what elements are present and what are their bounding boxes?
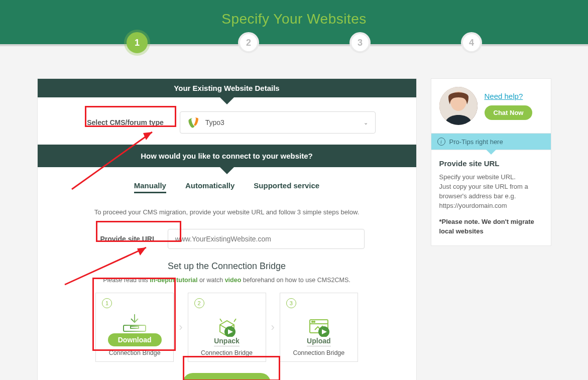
tip-note: *Please note. We don't migrate local web… — [439, 217, 543, 236]
unpack-link[interactable]: Unpack — [214, 337, 240, 346]
download-icon — [120, 311, 150, 333]
pointer-icon — [486, 150, 496, 155]
svg-line-9 — [65, 247, 146, 285]
pointer-icon — [220, 167, 234, 174]
cms-type-select[interactable]: Typo3 ⌄ — [180, 111, 376, 134]
svg-line-8 — [72, 132, 152, 189]
help-card: Need help? Chat Now — [431, 78, 551, 134]
unpack-icon — [212, 315, 242, 337]
cms-type-value: Typo3 — [205, 118, 224, 126]
upload-link[interactable]: Upload — [307, 337, 330, 346]
support-avatar — [439, 87, 478, 125]
tip-text: Specify your website URL. Just copy your… — [439, 173, 543, 210]
card-subtitle: Connection Bridge — [293, 349, 344, 356]
stepper-track — [0, 44, 588, 46]
pointer-icon — [220, 97, 234, 104]
svg-point-6 — [314, 321, 315, 322]
section-header-existing: Your Existing Website Details — [38, 79, 416, 97]
svg-point-5 — [312, 321, 313, 322]
typo3-logo-icon — [187, 116, 200, 129]
pro-tip-body: Provide site URL Specify your website UR… — [431, 150, 551, 246]
tab-automatically[interactable]: Automatically — [185, 181, 234, 193]
step-number: 2 — [194, 298, 204, 308]
card-subtitle: Connection Bridge — [109, 349, 161, 356]
step-number: 3 — [286, 298, 296, 308]
instruction-text: To proceed your CMS migration, provide y… — [38, 208, 416, 216]
hero-banner: Specify Your Websites — [0, 0, 588, 44]
pro-tips-header: i Pro-Tips right here — [431, 134, 551, 150]
tip-title: Provide site URL — [439, 159, 543, 168]
main-panel: Your Existing Website Details Select CMS… — [37, 78, 417, 380]
download-button[interactable]: Download — [108, 333, 162, 346]
need-help-link[interactable]: Need help? — [485, 92, 533, 100]
step-4[interactable]: 4 — [461, 32, 482, 53]
annotation-arrow-icon — [68, 129, 158, 194]
verify-connection-button[interactable]: Verify Connection — [183, 373, 271, 380]
sidebar: Need help? Chat Now i Pro-Tips right her… — [431, 78, 551, 246]
site-url-input[interactable] — [168, 229, 365, 249]
step-1[interactable]: 1 — [127, 32, 148, 53]
bridge-card-unpack: 2 Unpack Connection Bridge — [188, 293, 266, 362]
step-2[interactable]: 2 — [238, 32, 259, 53]
page-title: Specify Your Websites — [0, 11, 588, 27]
chevron-right-icon: › — [271, 321, 275, 334]
bridge-card-upload: 3 Upload Connection Bridge — [280, 293, 358, 362]
video-link[interactable]: video — [225, 277, 242, 284]
chevron-right-icon: › — [179, 321, 182, 334]
bridge-card-download: 1 Download Connection Bridge — [95, 293, 174, 362]
tab-supported-service[interactable]: Supported service — [254, 181, 319, 193]
chevron-down-icon: ⌄ — [364, 119, 368, 126]
progress-stepper: 1 2 3 4 — [0, 44, 588, 69]
section-header-label: Your Existing Website Details — [174, 84, 279, 92]
step-number: 1 — [102, 298, 112, 308]
bridge-steps: 1 Download Connection Bridge › 2 Unpack … — [38, 293, 416, 362]
card-subtitle: Connection Bridge — [201, 349, 253, 356]
tutorial-link[interactable]: in-depth tutorial — [150, 277, 197, 284]
chat-now-button[interactable]: Chat Now — [485, 105, 533, 120]
upload-icon — [304, 315, 334, 337]
section-header-label: How would you like to connect to your we… — [141, 152, 313, 160]
step-3[interactable]: 3 — [349, 32, 371, 53]
pro-tips-label: Pro-Tips right here — [449, 138, 503, 146]
svg-rect-1 — [131, 326, 139, 328]
info-icon: i — [437, 138, 445, 146]
annotation-arrow-icon — [62, 244, 152, 290]
